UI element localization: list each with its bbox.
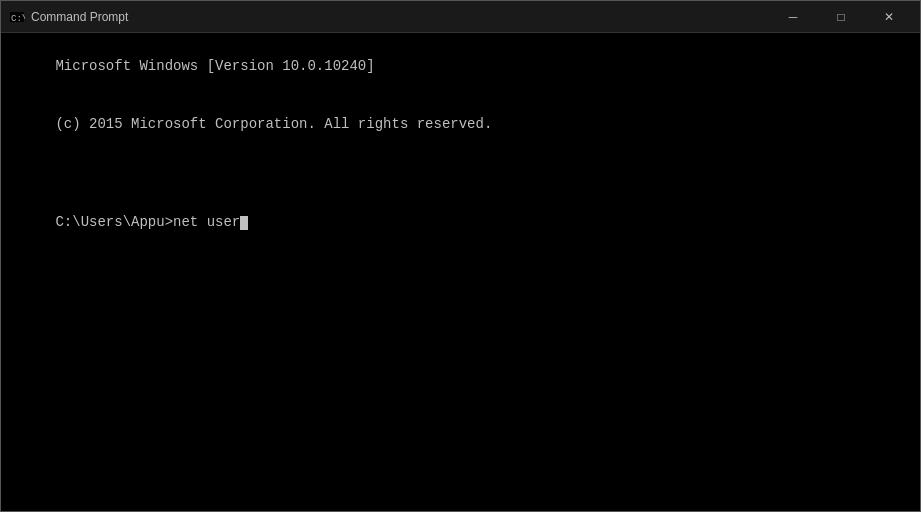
title-bar: C:\ Command Prompt ─ □ ✕ — [1, 1, 920, 33]
version-line: Microsoft Windows [Version 10.0.10240] — [55, 58, 374, 74]
title-bar-controls: ─ □ ✕ — [770, 2, 912, 32]
copyright-line: (c) 2015 Microsoft Corporation. All righ… — [55, 116, 492, 132]
console-output: Microsoft Windows [Version 10.0.10240] (… — [5, 37, 916, 253]
svg-text:C:\: C:\ — [11, 14, 25, 24]
cmd-icon: C:\ — [9, 9, 25, 25]
close-button[interactable]: ✕ — [866, 2, 912, 32]
maximize-button[interactable]: □ — [818, 2, 864, 32]
console-body[interactable]: Microsoft Windows [Version 10.0.10240] (… — [1, 33, 920, 511]
prompt-line: C:\Users\Appu>net user — [55, 214, 240, 230]
minimize-button[interactable]: ─ — [770, 2, 816, 32]
window-title: Command Prompt — [31, 10, 128, 24]
title-bar-left: C:\ Command Prompt — [9, 9, 128, 25]
cmd-window: C:\ Command Prompt ─ □ ✕ Microsoft Windo… — [0, 0, 921, 512]
cursor — [240, 216, 248, 230]
